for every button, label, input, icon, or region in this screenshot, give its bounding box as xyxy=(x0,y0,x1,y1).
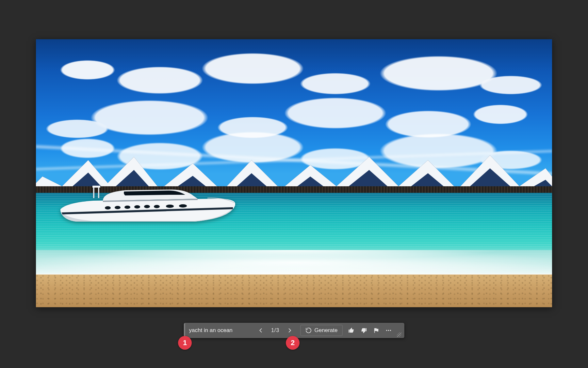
svg-point-12 xyxy=(388,330,389,331)
dislike-button[interactable] xyxy=(358,325,369,336)
refresh-icon xyxy=(305,327,312,334)
annotation-marker-2: 2 xyxy=(286,336,300,350)
flag-icon xyxy=(373,327,379,334)
chevron-left-icon xyxy=(258,327,264,334)
generation-toolbar: 1/3 Generate xyxy=(184,323,404,338)
prompt-input[interactable] xyxy=(188,327,247,334)
more-button[interactable] xyxy=(383,325,394,336)
generate-button[interactable]: Generate xyxy=(301,325,343,336)
thumbs-up-icon xyxy=(348,327,354,334)
svg-point-9 xyxy=(166,205,174,208)
svg-point-8 xyxy=(154,205,160,208)
svg-rect-1 xyxy=(93,187,94,198)
svg-point-6 xyxy=(134,205,140,209)
next-button[interactable] xyxy=(284,325,295,336)
chevron-right-icon xyxy=(286,327,293,334)
resize-grip[interactable] xyxy=(397,332,401,337)
generate-label: Generate xyxy=(315,327,338,334)
svg-point-5 xyxy=(124,206,130,209)
more-icon xyxy=(385,327,392,334)
variation-pager: 1/3 xyxy=(253,325,297,336)
thumbs-down-icon xyxy=(360,327,367,334)
svg-rect-0 xyxy=(98,186,99,198)
yacht xyxy=(54,180,237,229)
prompt-field-wrap[interactable] xyxy=(184,323,250,338)
svg-rect-2 xyxy=(92,186,100,188)
svg-point-13 xyxy=(390,330,391,331)
like-button[interactable] xyxy=(346,325,357,336)
svg-point-7 xyxy=(144,205,150,208)
flag-button[interactable] xyxy=(370,325,382,336)
svg-point-10 xyxy=(179,204,187,208)
svg-point-3 xyxy=(105,206,111,209)
page-indicator: 1/3 xyxy=(270,327,281,333)
prev-button[interactable] xyxy=(255,325,267,336)
svg-point-4 xyxy=(115,206,121,209)
generated-image xyxy=(36,39,552,307)
annotation-marker-1: 1 xyxy=(178,336,192,350)
svg-point-11 xyxy=(386,330,387,331)
